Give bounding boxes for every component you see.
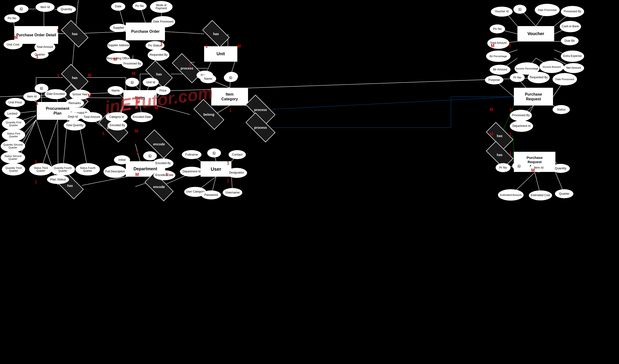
mult-po-m: M xyxy=(113,57,117,62)
attr-pod-po-no: Po No xyxy=(4,14,20,23)
attr-po-date-processed: Date Processed xyxy=(151,16,175,27)
entity-item-category: ItemCategory xyxy=(211,88,248,106)
mult-pp-1c: 1 xyxy=(35,179,37,185)
svg-line-67 xyxy=(262,97,514,110)
mult-has2-1: 1 xyxy=(57,73,59,78)
attr-user-designation: Designation xyxy=(226,168,247,178)
mult-user-1: 1 xyxy=(166,172,168,177)
attr-prd-quarter: Quarter xyxy=(555,189,573,198)
mult-dept-1: 1 xyxy=(136,151,139,156)
attr-pod-quarter: Quarter xyxy=(31,51,49,59)
svg-line-106 xyxy=(513,136,514,152)
attr-pr-requested-by: Requested By xyxy=(528,72,550,83)
mult-ic-1b: 1 xyxy=(229,108,232,113)
mult-pr-m: M xyxy=(490,107,493,112)
mult-pp-1b: 1 xyxy=(35,160,37,164)
attr-prd-est-cost: Estimated Cost xyxy=(529,190,552,200)
attr-dept-encoded-by: Encoded By xyxy=(153,158,173,168)
mult-unit-1: 1 xyxy=(205,44,208,49)
attr-pp-total-qty: Total Quantity xyxy=(64,121,86,130)
attr-user-dept-id: Department Id xyxy=(180,167,203,177)
attr-pp-status-q1: Status First Quarter xyxy=(2,129,25,141)
attr-po-mode-payment: Mode of Payment xyxy=(150,1,172,13)
mult-pod-m: M xyxy=(14,35,18,40)
svg-line-21 xyxy=(165,31,204,34)
mult-pr-1: 1 xyxy=(509,107,512,112)
attr-pp-remarks: Remarks xyxy=(66,99,84,108)
attr-pr-dept-id: Department Id xyxy=(510,121,533,132)
attr-pp-item-id: Item Id xyxy=(23,92,40,101)
mult-voucher-m: M xyxy=(491,43,494,48)
attr-pp-status-q2: Status Second Quarter xyxy=(1,151,25,164)
attr-voucher-cash-bank: Cash in Bank xyxy=(560,21,581,32)
attr-po-processed-by: Processed By xyxy=(122,59,143,69)
attr-voucher-id: Voucher Id xyxy=(491,7,513,17)
mult-prd-1: 1 xyxy=(509,132,512,137)
entity-purchase-request: PurchaseRequest xyxy=(514,88,553,106)
rel-process2: process xyxy=(247,103,274,116)
attr-voucher-net-amount: Net Amount xyxy=(563,63,584,73)
attr-pod-quantity: Quantity xyxy=(57,5,76,13)
attr-pr-status: Status xyxy=(552,105,570,114)
rel-process1: process xyxy=(173,62,200,75)
attr-prd-quantity: Quantity xyxy=(551,164,570,173)
rel-encode1: encode xyxy=(146,137,172,150)
attr-pp-date-encoded: Date Encoded xyxy=(45,89,67,99)
entity-voucher: Voucher xyxy=(517,26,554,41)
attr-dept-id: ID xyxy=(143,151,157,160)
attr-voucher-extra-expense: Extra Expense xyxy=(561,51,584,62)
rel-has-prd: has xyxy=(488,148,511,161)
attr-pr-purpose: Purpose xyxy=(485,75,503,84)
attr-prd-id: ID xyxy=(512,162,526,171)
mult-dept-m: M xyxy=(135,172,139,177)
attr-user-contact: Contact xyxy=(229,150,246,159)
attr-item-name: Name xyxy=(108,86,124,95)
mult-process-1: 1 xyxy=(189,62,191,67)
attr-po-date: Date xyxy=(111,2,125,11)
mult-prd-1b: 1 xyxy=(509,151,512,156)
rel-belong: belong xyxy=(195,108,223,121)
mult-user-1b: 1 xyxy=(227,161,229,166)
rel-has-po-unit: has xyxy=(204,27,228,40)
attr-dept-initial: Initial xyxy=(114,155,130,164)
attr-voucher-due-bir: Due Bir xyxy=(561,36,579,45)
mult-has2-m: M xyxy=(88,73,91,78)
attr-pp-qty-q3: Quantity Third Quarter xyxy=(2,163,25,175)
mult-proc-1: 1 xyxy=(102,131,104,136)
attr-item-encoded-by: Encoded By xyxy=(108,121,127,130)
attr-dept-full-desc: Full Description xyxy=(103,165,127,178)
svg-line-43 xyxy=(41,120,58,170)
attr-pp-qty-q4: Quantity Fourth Quarter xyxy=(51,163,75,175)
mult-unit-m: M xyxy=(237,44,241,49)
attr-pr-pr-no: Pr No xyxy=(510,73,525,82)
attr-voucher-bir-amount: Bir Amount xyxy=(490,65,510,75)
attr-voucher-po-no: Po No xyxy=(490,25,505,33)
attr-pr-date-processed: Date Processed xyxy=(552,73,577,85)
attr-po-requested-by: Requested By xyxy=(148,49,169,61)
mult-prd-m: M xyxy=(490,132,493,137)
attr-voucher-bir-percentage: Bir Percentage xyxy=(486,51,510,62)
attr-pp-qty-q2: Quantity Second Quarter xyxy=(1,140,25,152)
attr-pod-id: ID xyxy=(14,5,28,13)
attr-prd-est-amount: Estimated Amount xyxy=(498,189,524,201)
attr-user-password: Password xyxy=(201,190,221,200)
attr-user-id: ID xyxy=(207,148,221,158)
attr-pp-locked: Locked xyxy=(4,109,20,118)
attr-voucher-processed-by: Processed By xyxy=(561,6,584,17)
mult-pp-1a: 1 xyxy=(36,54,39,59)
attr-item-encoded-date: Encoded Date xyxy=(131,112,153,122)
attr-user-fullname: Fullname xyxy=(182,150,201,159)
attr-user-username: Username xyxy=(223,188,242,197)
mult-has3-m: M xyxy=(88,93,91,98)
attr-pod-unit-cost: Unit Cost xyxy=(3,40,23,49)
entity-purchase-order-detail: Purchase Order Detail xyxy=(14,26,58,44)
attr-pr-processed-by: Processed By xyxy=(510,110,532,121)
attr-pod-item-id: Item Id xyxy=(36,2,55,12)
mult-prd-m2: M xyxy=(531,168,535,173)
attr-po-supplier-address: Supplier Address xyxy=(107,40,130,51)
attr-dept-encoded-date: Encoded Date xyxy=(153,170,175,180)
mult-item-m: M xyxy=(132,71,136,76)
attr-pp-total-amount: Total Amount xyxy=(81,112,102,122)
attr-item-id: ID xyxy=(125,78,139,87)
mult-user-1c: 1 xyxy=(227,178,229,184)
